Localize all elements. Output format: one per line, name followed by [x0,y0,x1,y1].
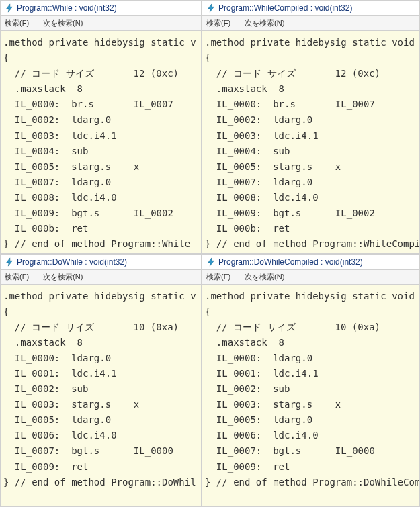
window-title: Program::DoWhileCompiled : void(int32) [218,257,363,267]
menu-search-next[interactable]: 次を検索(N) [43,272,83,282]
code-area[interactable]: .method private hidebysig static v { // … [1,31,201,253]
titlebar: Program::While : void(int32) [1,1,201,16]
titlebar: Program::DoWhileCompiled : void(int32) [202,255,419,270]
panel-while: Program::While : void(int32) 検索(F) 次を検索(… [0,0,202,254]
window-title: Program::WhileCompiled : void(int32) [218,3,352,13]
window-title: Program::While : void(int32) [17,3,117,13]
bolt-icon [5,3,14,13]
menubar: 検索(F) 次を検索(N) [1,270,201,285]
menu-search[interactable]: 検索(F) [206,272,230,282]
bolt-icon [5,257,14,267]
panel-dowhile: Program::DoWhile : void(int32) 検索(F) 次を検… [0,254,202,508]
menubar: 検索(F) 次を検索(N) [202,16,419,31]
menu-search[interactable]: 検索(F) [5,272,29,282]
menu-search[interactable]: 検索(F) [206,18,230,28]
menubar: 検索(F) 次を検索(N) [1,16,201,31]
titlebar: Program::DoWhile : void(int32) [1,255,201,270]
panel-while-compiled: Program::WhileCompiled : void(int32) 検索(… [202,0,420,254]
code-area[interactable]: .method private hidebysig static v { // … [1,285,201,507]
titlebar: Program::WhileCompiled : void(int32) [202,1,419,16]
menu-search-next[interactable]: 次を検索(N) [245,18,284,28]
window-title: Program::DoWhile : void(int32) [17,257,127,267]
menu-search-next[interactable]: 次を検索(N) [43,18,83,28]
menu-search[interactable]: 検索(F) [5,18,29,28]
bolt-icon [206,3,216,13]
menu-search-next[interactable]: 次を検索(N) [245,272,284,282]
code-area[interactable]: .method private hidebysig static void Do… [202,285,419,507]
panel-dowhile-compiled: Program::DoWhileCompiled : void(int32) 検… [202,254,420,508]
code-area[interactable]: .method private hidebysig static void Wh… [202,31,419,253]
bolt-icon [206,257,216,267]
menubar: 検索(F) 次を検索(N) [202,270,419,285]
